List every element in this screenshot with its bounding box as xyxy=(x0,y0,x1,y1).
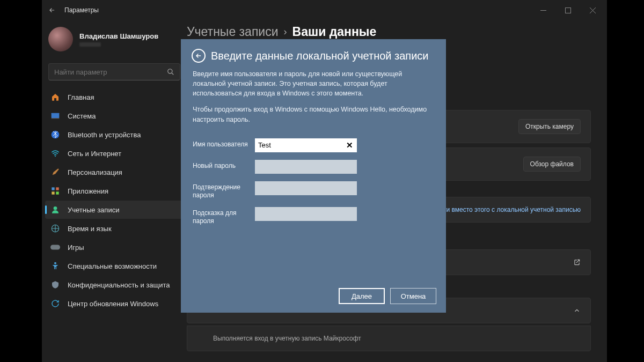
nav-label: Персонализация xyxy=(68,168,122,176)
browse-files-button[interactable]: Обзор файлов xyxy=(523,157,581,172)
home-icon xyxy=(50,92,60,102)
sidebar: Владислав Шамшуров Главная Система xyxy=(42,20,187,362)
svg-rect-2 xyxy=(52,113,60,118)
nav-network[interactable]: Сеть и Интернет xyxy=(45,144,184,162)
nav-accessibility[interactable]: Специальные возможности xyxy=(45,257,184,275)
nav-label: Специальные возможности xyxy=(68,262,157,270)
nav-label: Игры xyxy=(68,243,84,252)
svg-point-1 xyxy=(168,69,172,73)
titlebar: Параметры xyxy=(42,0,607,20)
dialog-back-button[interactable] xyxy=(192,49,206,63)
svg-rect-8 xyxy=(52,191,54,194)
nav-gaming[interactable]: Игры xyxy=(45,238,184,256)
nav-windows-update[interactable]: Центр обновления Windows xyxy=(45,294,184,313)
nav-time-language[interactable]: Время и язык xyxy=(45,219,184,238)
accessibility-icon xyxy=(50,261,60,271)
nav-accounts[interactable]: Учетные записи xyxy=(45,201,184,219)
svg-point-13 xyxy=(54,262,56,264)
new-password-input[interactable] xyxy=(255,160,357,174)
chevron-right-icon: › xyxy=(284,26,287,38)
new-password-label: Новый пароль xyxy=(193,160,250,170)
chevron-up-icon xyxy=(573,307,581,314)
nav: Главная Система Bluetooth и устройства С… xyxy=(45,88,184,313)
user-email-redacted xyxy=(79,42,101,47)
cancel-button[interactable]: Отмена xyxy=(390,288,436,304)
update-icon xyxy=(50,299,60,308)
local-account-link[interactable]: Войти вместо этого с локальной учетной з… xyxy=(432,206,581,213)
dialog-paragraph-2: Чтобы продолжить вход в Windows с помощь… xyxy=(193,105,434,124)
nav-label: Конфиденциальность и защита xyxy=(68,281,170,289)
open-camera-button[interactable]: Открыть камеру xyxy=(518,119,581,134)
nav-label: Сеть и Интернет xyxy=(68,150,121,158)
nav-label: Центр обновления Windows xyxy=(68,300,158,308)
local-account-dialog: Введите данные локальной учетной записи … xyxy=(181,39,446,313)
window-title: Параметры xyxy=(64,6,99,14)
clear-icon[interactable]: ✕ xyxy=(344,138,355,152)
svg-point-10 xyxy=(54,206,57,210)
search-icon xyxy=(167,68,180,76)
nav-personalization[interactable]: Персонализация xyxy=(45,163,184,181)
nav-home[interactable]: Главная xyxy=(45,88,184,106)
svg-rect-7 xyxy=(56,187,58,190)
svg-rect-0 xyxy=(565,8,570,13)
account-status: Выполняется вход в учетную запись Майкро… xyxy=(187,326,591,351)
hint-input[interactable] xyxy=(255,207,357,221)
svg-point-5 xyxy=(55,156,56,157)
svg-rect-3 xyxy=(52,118,60,119)
system-icon xyxy=(50,111,60,121)
search-input[interactable] xyxy=(49,68,167,76)
svg-rect-6 xyxy=(52,187,54,190)
hint-field[interactable] xyxy=(255,207,357,221)
nav-privacy[interactable]: Конфиденциальность и защита xyxy=(45,276,184,294)
shield-icon xyxy=(50,280,60,290)
dialog-title: Введите данные локальной учетной записи xyxy=(211,50,429,62)
gamepad-icon xyxy=(50,242,60,252)
close-button[interactable] xyxy=(580,2,605,19)
breadcrumb-parent[interactable]: Учетные записи xyxy=(187,25,279,39)
hint-label: Подсказка для пароля xyxy=(193,207,250,225)
globe-clock-icon xyxy=(50,224,60,233)
nav-label: Приложения xyxy=(68,187,108,195)
minimize-button[interactable] xyxy=(531,2,555,19)
nav-label: Главная xyxy=(68,93,94,101)
person-icon xyxy=(50,205,60,215)
open-external-icon xyxy=(573,258,581,266)
bluetooth-icon xyxy=(50,130,60,139)
wifi-icon xyxy=(50,149,60,158)
user-block[interactable]: Владислав Шамшуров xyxy=(45,24,184,61)
svg-rect-12 xyxy=(50,245,60,250)
nav-label: Время и язык xyxy=(68,225,112,233)
next-button[interactable]: Далее xyxy=(339,288,385,304)
username-label: Имя пользователя xyxy=(193,138,250,149)
user-name: Владислав Шамшуров xyxy=(79,32,158,40)
dialog-paragraph-1: Введите имя пользователя и пароль для но… xyxy=(193,69,434,98)
confirm-password-input[interactable] xyxy=(255,181,357,195)
confirm-password-label: Подтверждение пароля xyxy=(193,181,250,200)
nav-system[interactable]: Система xyxy=(45,107,184,125)
username-field[interactable]: ✕ xyxy=(255,138,357,152)
nav-label: Bluetooth и устройства xyxy=(68,131,141,139)
nav-label: Система xyxy=(68,112,96,120)
apps-icon xyxy=(50,186,60,196)
nav-apps[interactable]: Приложения xyxy=(45,182,184,200)
nav-bluetooth[interactable]: Bluetooth и устройства xyxy=(45,125,184,144)
svg-rect-9 xyxy=(56,191,58,194)
nav-label: Учетные записи xyxy=(68,206,119,214)
avatar xyxy=(48,27,73,51)
breadcrumb-current: Ваши данные xyxy=(292,25,377,39)
new-password-field[interactable] xyxy=(255,160,357,174)
search-field[interactable] xyxy=(48,63,180,80)
back-button[interactable] xyxy=(47,5,57,15)
confirm-password-field[interactable] xyxy=(255,181,357,195)
maximize-button[interactable] xyxy=(555,2,580,19)
brush-icon xyxy=(50,167,60,177)
username-input[interactable] xyxy=(255,138,357,152)
